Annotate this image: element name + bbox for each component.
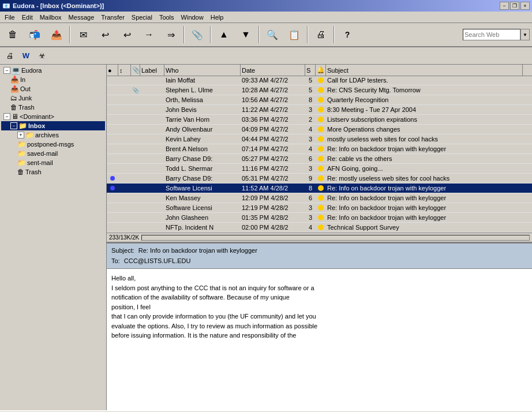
col-attach[interactable]: 📎 xyxy=(131,65,140,76)
menu-item-file[interactable]: File xyxy=(1,13,18,22)
email-row[interactable]: Orth, Melissa10:56 AM 4/27/28Quarterly R… xyxy=(107,95,532,105)
filter-icon: 🔍 xyxy=(267,29,278,40)
email-row[interactable]: 📎Stephen L. Ulme10:28 AM 4/27/25Re: CNS … xyxy=(107,85,532,95)
sidebar-item-out[interactable]: 📤 Out xyxy=(1,84,105,93)
sidebar-item-archives[interactable]: + 📁 archives xyxy=(1,130,105,140)
email-priority-cell xyxy=(316,126,326,132)
email-row[interactable]: Andy Olivenbaur04:09 PM 4/27/24More Oper… xyxy=(107,125,532,134)
expand-archives[interactable]: + xyxy=(17,132,24,138)
move-down-button[interactable]: ▼ xyxy=(235,24,256,45)
priority-indicator xyxy=(318,117,324,122)
help-button[interactable]: ? xyxy=(337,24,358,45)
toolbar-separator5 xyxy=(307,26,308,43)
forward-button[interactable]: → xyxy=(138,24,159,45)
email-row[interactable]: Iain Moffat09:33 AM 4/27/25Call for LDAP… xyxy=(107,76,532,85)
email-who-cell: John Bevis xyxy=(164,106,241,113)
email-row[interactable]: Software Licensi11:52 AM 4/28/28Re: Info… xyxy=(107,183,532,193)
menu-item-tools[interactable]: Tools xyxy=(156,13,178,22)
menu-item-message[interactable]: Message xyxy=(65,13,98,22)
sidebar-item-inbox[interactable]: − 📁 Inbox xyxy=(1,121,105,130)
horizontal-scrollbar[interactable] xyxy=(141,235,530,241)
email-row[interactable]: John Bevis11:22 AM 4/27/238:30 Meeting -… xyxy=(107,105,532,115)
help-icon: ? xyxy=(345,30,350,39)
check-mail-button[interactable]: 📬 xyxy=(24,24,45,45)
sidebar-item-junk[interactable]: 🗂 Junk xyxy=(1,93,105,103)
reply-button[interactable]: ↩ xyxy=(95,24,115,45)
sidebar-item-sent[interactable]: 📁 sent-mail xyxy=(1,158,105,167)
new-msg-button[interactable]: ✉ xyxy=(73,24,93,45)
address-button[interactable]: 📋 xyxy=(284,24,305,45)
email-row[interactable]: Brent A Nelson07:14 PM 4/27/24Re: Info o… xyxy=(107,144,532,154)
email-row[interactable]: Tarrie Van Horn03:36 PM 4/27/22Listserv … xyxy=(107,115,532,125)
priority-indicator xyxy=(318,166,324,171)
email-row[interactable]: Todd L. Shermar11:16 PM 4/27/23AFN Going… xyxy=(107,164,532,174)
trash-top-icon: 🗑 xyxy=(10,103,17,111)
menu-item-window[interactable]: Window xyxy=(178,13,207,22)
priority-indicator xyxy=(318,185,324,191)
sidebar-item-trash-top[interactable]: 🗑 Trash xyxy=(1,103,105,112)
search-dropdown[interactable]: ▼ xyxy=(520,29,530,40)
filter-button[interactable]: 🔍 xyxy=(262,24,283,45)
col-priority[interactable]: 🔔 xyxy=(316,65,326,76)
col-who[interactable]: Who xyxy=(164,65,241,76)
search-input[interactable] xyxy=(463,29,520,40)
send-button[interactable]: 📤 xyxy=(46,24,67,45)
email-row[interactable]: NFTp. Incident N02:00 PM 4/28/24Technica… xyxy=(107,223,532,233)
print2-button[interactable]: 🖨 xyxy=(2,48,17,63)
preview-header: Subject: Re: Info on backdoor trojan wit… xyxy=(107,244,532,269)
email-subject-cell: Re: Info on backdoor trojan with keylogg… xyxy=(326,204,532,211)
sidebar-item-in[interactable]: 📥 In xyxy=(1,75,105,84)
sidebar-item-eudora[interactable]: − 💻 Eudora xyxy=(1,66,105,75)
expand-inbox[interactable]: − xyxy=(10,122,17,129)
move-up-button[interactable]: ▲ xyxy=(213,24,234,45)
reply-all-button[interactable]: ↩ xyxy=(117,24,137,45)
minimize-button[interactable]: − xyxy=(500,2,509,10)
menu-item-mailbox[interactable]: Mailbox xyxy=(36,13,65,22)
close-button[interactable]: × xyxy=(520,2,530,10)
attach-icon: 📎 xyxy=(192,29,203,40)
col-size[interactable]: S xyxy=(305,65,316,76)
biohazard-button[interactable]: ☣ xyxy=(35,48,50,63)
expand-eudora[interactable]: − xyxy=(3,67,10,74)
sidebar-item-trash-dom[interactable]: 🗑 Trash xyxy=(1,167,105,177)
word-button[interactable]: W xyxy=(18,48,33,63)
col-sort[interactable]: ↕ xyxy=(118,65,131,76)
email-date-cell: 11:22 AM 4/27/2 xyxy=(241,106,305,113)
redirect-button[interactable]: ⇒ xyxy=(160,24,181,45)
col-status[interactable]: ● xyxy=(107,65,118,76)
print-button[interactable]: 🖨 xyxy=(310,24,331,45)
restore-button[interactable]: ❐ xyxy=(510,2,519,10)
email-subject-cell: Re: Info on backdoor trojan with keylogg… xyxy=(326,145,532,152)
attach-button[interactable]: 📎 xyxy=(187,24,208,45)
toolbar-separator6 xyxy=(334,26,335,43)
email-row[interactable]: Barry Chase D9:05:31 PM 4/27/29Re: mostl… xyxy=(107,174,532,183)
menu-item-special[interactable]: Special xyxy=(128,13,156,22)
email-row[interactable]: Ken Massey12:09 PM 4/28/26Re: Info on ba… xyxy=(107,193,532,203)
col-date[interactable]: Date xyxy=(241,65,305,76)
priority-indicator xyxy=(318,77,324,83)
toolbar-separator2 xyxy=(183,26,185,43)
reply-all-icon: ↩ xyxy=(123,29,131,40)
menu-item-edit[interactable]: Edit xyxy=(18,13,36,22)
sidebar-item-dominant[interactable]: − 🖥 <Dominant> xyxy=(1,112,105,121)
move-up-icon: ▲ xyxy=(219,29,228,40)
menu-item-transfer[interactable]: Transfer xyxy=(98,13,128,22)
sidebar-item-postponed[interactable]: 📁 postponed-msgs xyxy=(1,140,105,149)
email-row[interactable]: Barry Chase D9:05:27 PM 4/27/26Re: cable… xyxy=(107,154,532,164)
email-row[interactable]: Software Licensi12:19 PM 4/28/23Re: Info… xyxy=(107,203,532,213)
menu-item-help[interactable]: Help xyxy=(207,13,227,22)
email-row[interactable]: Kevin Lahey04:44 PM 4/27/23mostly useles… xyxy=(107,134,532,144)
email-subject-cell: 8:30 Meeting - Tue 27 Apr 2004 xyxy=(326,106,532,113)
col-subject[interactable]: Subject xyxy=(326,65,523,76)
email-who-cell: Kevin Lahey xyxy=(164,136,241,143)
expand-dominant[interactable]: − xyxy=(3,113,10,120)
email-subject-cell: Listserv subscription expirations xyxy=(326,116,532,123)
sidebar-item-saved[interactable]: 📁 saved-mail xyxy=(1,149,105,158)
email-row[interactable]: John Glasheen01:35 PM 4/28/23Re: Info on… xyxy=(107,213,532,223)
email-date-cell: 11:52 AM 4/28/2 xyxy=(241,185,305,192)
delete-button[interactable]: 🗑 xyxy=(2,24,23,45)
col-label[interactable]: Label xyxy=(140,65,164,76)
email-list[interactable]: Iain Moffat09:33 AM 4/27/25Call for LDAP… xyxy=(107,76,532,233)
email-subject-cell: Re: Info on backdoor trojan with keylogg… xyxy=(326,194,532,201)
email-size-cell: 3 xyxy=(305,165,316,172)
